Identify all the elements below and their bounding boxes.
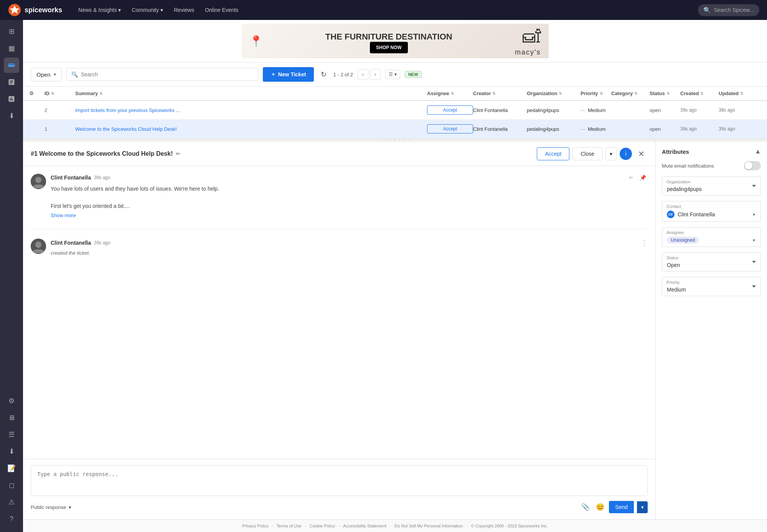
edit-title-icon[interactable]: ✏ [176,151,180,157]
reply-tools: 📎 😊 Send ▾ [580,501,648,513]
sidebar-item-alert[interactable]: ⚠ [4,494,19,510]
sidebar-item-help[interactable]: ? [4,511,19,527]
column-header-category[interactable]: Category ⇅ [611,91,650,96]
column-header-id[interactable]: ID ⇅ [45,91,75,96]
svg-point-5 [35,242,41,248]
ticket-accept-button[interactable]: Accept [427,105,473,115]
attach-file-button[interactable]: 📎 [580,501,591,513]
comment-log-text: created the ticket. [51,250,648,256]
chevron-down-icon: ▾ [394,72,397,77]
footer-privacy-link[interactable]: Privacy Policy [242,524,268,528]
ticket-close-button[interactable]: Close [572,147,602,160]
emoji-button[interactable]: 😊 [594,501,606,513]
next-page-button[interactable]: › [370,69,381,80]
column-settings-gear[interactable]: ⚙ [29,91,45,96]
sidebar-item-reports[interactable] [4,74,19,90]
chevron-down-icon: ▼ [752,212,756,217]
top-navigation: spiceworks News & Insights ▾ Community ▾… [0,0,767,20]
assignee-field-label: Assignee [666,230,684,235]
ticket-detail-main: #1 Welcome to the Spiceworks Cloud Help … [23,142,656,519]
sidebar-item-analytics[interactable] [4,91,19,107]
footer-accessibility-link[interactable]: Accessibility Statement [343,524,386,528]
ticket-search-input[interactable] [81,71,253,77]
global-search[interactable]: 🔍 Search Spicew... [698,4,759,16]
pagination-navigation: ‹ › [358,69,381,80]
logo[interactable]: spiceworks [8,3,62,17]
sidebar-item-notes[interactable]: 📝 [4,461,19,476]
avatar-image [31,174,46,189]
ticket-more-button[interactable]: ▾ [605,147,617,160]
ticket-accept-button[interactable]: Accept [537,147,569,160]
nav-link-events[interactable]: Online Events [200,4,243,16]
sidebar-item-download2[interactable]: ⬇ [4,444,19,459]
reply-type-selector[interactable]: Public response ▾ [31,504,71,510]
ticket-activity-log: Clint Fontanella 39s ago ⋮ created the t… [31,239,648,265]
sidebar-item-download[interactable]: ⬇ [4,108,19,124]
ticket-table: ⚙ ID ⇅ Summary ⇅ Assignee ⇅ Creator ⇅ [23,87,767,139]
edit-comment-button[interactable]: ✏ [627,174,635,181]
main-content: 📍 THE FURNITURE DESTINATION SHOP NOW 🛋 m… [23,20,767,532]
nav-link-community[interactable]: Community ▾ [127,4,168,16]
view-options-button[interactable]: ☰ ▾ [385,70,400,79]
sidebar-item-devices[interactable]: 🖥 [4,410,19,425]
sidebar-item-grid[interactable]: ⊞ [4,24,19,39]
ticket-summary: Welcome to the Spiceworks Cloud Help Des… [75,126,427,132]
pin-comment-button[interactable]: 📌 [638,174,648,181]
ticket-detail-header: #1 Welcome to the Spiceworks Cloud Help … [23,142,655,166]
send-reply-button[interactable]: Send [609,501,634,513]
assignee-field: Assignee Unassigned ▼ [662,227,761,247]
nav-link-news[interactable]: News & Insights ▾ [74,4,125,16]
sidebar-item-tickets[interactable] [4,58,19,73]
footer-terms-link[interactable]: Terms of Use [277,524,302,528]
table-row[interactable]: 2 Import tickets from your previous Spic… [23,101,767,120]
column-header-updated[interactable]: Updated ⇅ [719,91,761,96]
nav-link-reviews[interactable]: Reviews [169,4,199,16]
new-ticket-button[interactable]: ＋ New Ticket [263,67,314,82]
contact-avatar: CF [667,211,675,218]
ticket-search-box[interactable]: 🔍 [66,68,258,81]
send-options-button[interactable]: ▾ [637,501,648,513]
new-badge: NEW [405,71,422,78]
ticket-priority: Medium [581,126,611,132]
svg-point-3 [35,177,41,183]
attributes-panel: Attributes ▲ Mute email notifications Or… [656,142,767,519]
column-header-created[interactable]: Created ⇅ [680,91,719,96]
sort-icon: ⇅ [666,91,670,96]
priority-field-label: Priority [666,280,680,285]
column-header-summary[interactable]: Summary ⇅ [75,91,427,96]
panel-resizer[interactable]: ⋮⋮⋮⋮⋮⋮⋮ [23,139,767,142]
prev-page-button[interactable]: ‹ [358,69,368,80]
ticket-dismiss-button[interactable]: ✕ [635,148,648,160]
sort-icon: ⇅ [99,91,102,96]
sidebar-item-list[interactable]: ☰ [4,427,19,442]
column-header-creator[interactable]: Creator ⇅ [473,91,527,96]
mute-email-toggle[interactable] [744,161,761,170]
ticket-accept-button[interactable]: Accept [427,124,473,133]
column-header-status[interactable]: Status ⇅ [650,91,680,96]
comment-actions: ✏ 📌 [627,174,648,181]
collapse-attributes-button[interactable]: ▲ [755,148,761,155]
column-header-assignee[interactable]: Assignee ⇅ [427,91,473,96]
sort-icon: ⇅ [492,91,495,96]
column-header-organization[interactable]: Organization ⇅ [527,91,581,96]
comment-options-button[interactable]: ⋮ [641,239,648,247]
table-row[interactable]: 1 Welcome to the Spiceworks Cloud Help D… [23,120,767,138]
sidebar-item-apps[interactable]: ◻ [4,478,19,493]
ticket-priority: Medium [581,107,611,113]
show-more-link[interactable]: Show more [51,212,76,220]
attributes-title: Attributes [662,148,689,155]
ad-brand-name: macy's [515,48,541,56]
ticket-info-button[interactable]: i [620,148,632,160]
status-filter-dropdown[interactable]: Open ▾ [31,68,62,81]
footer-do-not-sell-link[interactable]: Do Not Sell My Personal Information [394,524,463,528]
footer-cookie-link[interactable]: Cookie Policy [310,524,335,528]
refresh-button[interactable]: ↻ [318,68,329,81]
sidebar-item-dashboard[interactable]: ▦ [4,41,19,56]
reply-input[interactable] [31,465,648,496]
column-header-priority[interactable]: Priority ⇅ [581,91,611,96]
organization-field: Organization pedaling4pups [662,176,761,196]
comment-time: 39s ago [94,240,111,245]
list-view-icon: ☰ [389,72,393,77]
sidebar-item-settings[interactable]: ⚙ [4,393,19,408]
comment-body: Clint Fontanella 39s ago ⋮ created the t… [51,239,648,256]
